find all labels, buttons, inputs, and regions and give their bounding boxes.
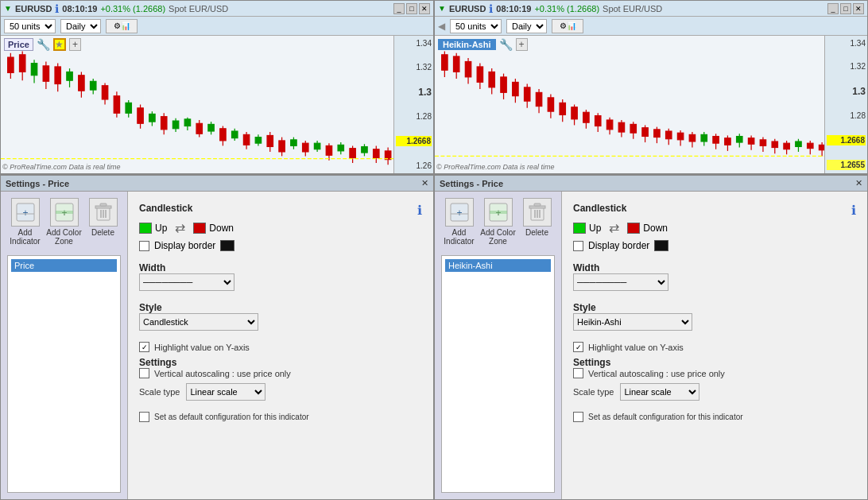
chart-settings-btn-right[interactable]: ⚙📊 (552, 19, 583, 33)
svg-rect-1 (8, 57, 14, 72)
delete-button-right[interactable]: Delete (519, 198, 555, 246)
info-icon-right[interactable]: ℹ (489, 2, 493, 15)
svg-rect-7 (43, 66, 48, 81)
scale-select-right[interactable]: Linear scale Logarithmic (620, 383, 699, 401)
add-color-zone-button-left[interactable]: + Add Color Zone (46, 198, 82, 246)
svg-rect-33 (196, 123, 202, 134)
arrow-icon: ▼ (4, 4, 12, 13)
price-1-right: 1.34 (827, 39, 866, 48)
svg-rect-63 (374, 149, 379, 158)
svg-rect-130 (784, 143, 789, 149)
svg-rect-43 (255, 138, 261, 144)
default-checkbox-left[interactable] (139, 412, 149, 422)
style-section-left: Style Candlestick Heikin-Ashi Bar Line (139, 302, 422, 331)
minimize-btn-left[interactable]: _ (393, 3, 405, 14)
highlight-checkbox-left[interactable] (139, 342, 149, 352)
chart-panel-right: ▼ EURUSD ℹ 08:10:19 +0.31% (1.2668) Spot… (434, 0, 868, 174)
scale-type-row-right: Scale type Linear scale Logarithmic (573, 383, 856, 401)
units-select-right[interactable]: 50 units (450, 19, 502, 33)
maximize-btn-left[interactable]: □ (406, 3, 417, 14)
star-icon-left[interactable]: ★ (53, 38, 66, 51)
wrench-icon-left[interactable]: 🔧 (37, 38, 50, 51)
display-border-checkbox-left[interactable] (139, 241, 149, 251)
left-arrow-icon-right[interactable]: ◀ (438, 21, 445, 32)
highlight-checkbox-right[interactable] (573, 342, 583, 352)
width-select-right[interactable]: ──────── ────── ──── (573, 273, 668, 291)
candlestick-colors-left: Up ⇄ Down (139, 220, 422, 235)
list-item-price[interactable]: Price (11, 259, 117, 272)
close-btn-left[interactable]: ✕ (419, 3, 430, 14)
default-row-right: Set as default configuration for this in… (573, 412, 856, 422)
style-select-left[interactable]: Candlestick Heikin-Ashi Bar Line (139, 313, 258, 331)
minimize-btn-right[interactable]: _ (827, 3, 839, 14)
chart-settings-btn-left[interactable]: ⚙📊 (106, 19, 138, 33)
chart-title-right-left: ▼ EURUSD ℹ 08:10:19 +0.31% (1.2668) Spot… (438, 2, 662, 15)
chart-title-bar-right: ▼ EURUSD ℹ 08:10:19 +0.31% (1.2668) Spot… (435, 1, 867, 17)
autoscale-checkbox-right[interactable] (573, 368, 583, 378)
svg-rect-92 (560, 103, 565, 114)
period-select-right[interactable]: Daily (506, 19, 547, 33)
delete-button-left[interactable]: Delete (85, 198, 121, 246)
svg-rect-126 (760, 140, 765, 146)
candlestick-section-left: Candlestick ℹ Up ⇄ (139, 200, 422, 251)
add-color-zone-icon-left: + (50, 198, 79, 227)
display-border-row-right: Display border (573, 240, 856, 251)
arrow-icon-right: ▼ (438, 4, 446, 13)
info-icon-left[interactable]: ℹ (55, 2, 59, 15)
width-title-right: Width (573, 262, 599, 273)
chart-title-text-right: EURUSD (449, 4, 486, 14)
settings-close-btn-right[interactable]: ✕ (855, 178, 862, 188)
svg-rect-94 (572, 107, 577, 119)
delete-icon-left (89, 198, 118, 227)
price-2-left: 1.32 (396, 63, 432, 72)
default-checkbox-right[interactable] (573, 412, 583, 422)
up-color-box-left[interactable] (139, 223, 152, 234)
plus-icon-left[interactable]: + (69, 38, 81, 51)
maximize-btn-right[interactable]: □ (840, 3, 851, 14)
autoscale-checkbox-left[interactable] (139, 368, 149, 378)
settings-list-right: Heikin-Ashi (441, 255, 555, 493)
add-indicator-button-right[interactable]: + Add Indicator (441, 198, 477, 246)
add-indicator-icon-right: + (445, 198, 474, 227)
svg-rect-162 (534, 203, 541, 206)
svg-rect-98 (595, 116, 601, 126)
up-color-box-right[interactable] (573, 223, 586, 234)
candlestick-section-right: Candlestick ℹ Up ⇄ (573, 200, 856, 251)
svg-rect-102 (618, 122, 624, 132)
scale-select-left[interactable]: Linear scale Logarithmic (186, 383, 265, 401)
svg-rect-3 (19, 55, 25, 72)
display-border-checkbox-right[interactable] (573, 241, 583, 251)
down-color-box-right[interactable] (627, 223, 640, 234)
settings-close-btn-left[interactable]: ✕ (421, 178, 428, 188)
settings-title-text-left: Settings - Price (6, 179, 69, 188)
border-color-swatch-right[interactable] (654, 240, 668, 251)
style-select-right[interactable]: Heikin-Ashi Candlestick Bar Line (573, 313, 692, 331)
svg-rect-49 (291, 140, 296, 146)
settings-action-buttons-left: + Add Indicator + (7, 198, 121, 246)
down-color-item-right: Down (627, 223, 668, 234)
up-color-item-left: Up (139, 223, 167, 234)
settings-section-title-left: Settings (139, 357, 176, 368)
svg-rect-21 (126, 103, 131, 113)
svg-rect-82 (501, 77, 506, 92)
svg-rect-23 (138, 108, 143, 123)
close-btn-right[interactable]: ✕ (853, 3, 864, 14)
width-select-left[interactable]: ──────── ────── ──── (139, 273, 234, 291)
style-section-right: Style Heikin-Ashi Candlestick Bar Line (573, 302, 856, 331)
units-select-left[interactable]: 50 units (4, 19, 56, 33)
svg-rect-118 (713, 137, 719, 144)
add-color-zone-button-right[interactable]: + Add Color Zone (480, 198, 516, 246)
period-select-left[interactable]: Daily (60, 19, 101, 33)
up-color-item-right: Up (573, 223, 601, 234)
highlight-label-right: Highlight value on Y-axis (588, 343, 684, 352)
settings-section-left: Settings Vertical autoscaling : use pric… (139, 357, 422, 401)
wrench-icon-right[interactable]: 🔧 (499, 38, 513, 51)
down-color-box-left[interactable] (193, 223, 206, 234)
svg-rect-37 (220, 129, 226, 141)
border-color-swatch-left[interactable] (220, 240, 234, 251)
list-item-heikin-ashi[interactable]: Heikin-Ashi (445, 259, 551, 272)
add-indicator-button-left[interactable]: + Add Indicator (7, 198, 43, 246)
display-border-label-left: Display border (154, 240, 215, 251)
plus-icon-right[interactable]: + (516, 38, 528, 51)
scale-label-left: Scale type (139, 387, 180, 397)
